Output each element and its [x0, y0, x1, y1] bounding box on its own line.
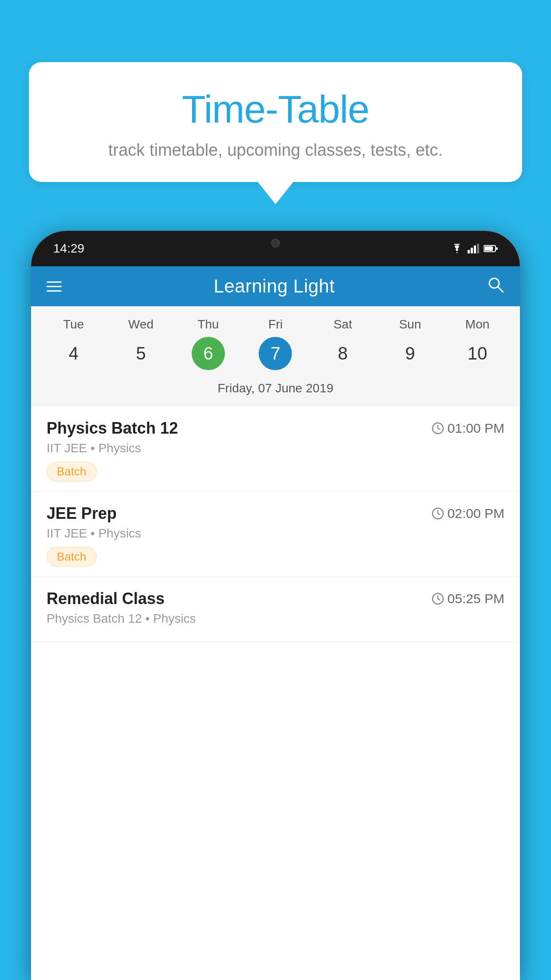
day-wed[interactable]: Wed 5: [114, 317, 168, 370]
schedule-item-2[interactable]: JEE Prep 02:00 PM IIT JEE • Physics Batc…: [31, 492, 520, 577]
search-button[interactable]: [487, 276, 504, 297]
day-number-thu: 6: [192, 337, 225, 370]
day-fri[interactable]: Fri 7: [249, 317, 302, 370]
clock-icon-3: [432, 593, 444, 605]
battery-icon: [484, 245, 498, 253]
schedule-item-1[interactable]: Physics Batch 12 01:00 PM IIT JEE • Phys…: [31, 407, 520, 492]
schedule-subtitle-1: IIT JEE • Physics: [47, 441, 504, 455]
svg-rect-5: [484, 246, 493, 251]
day-sat[interactable]: Sat 8: [316, 317, 370, 370]
day-number-sat: 8: [326, 337, 359, 370]
schedule-title-2: JEE Prep: [47, 504, 117, 523]
schedule-title-1: Physics Batch 12: [47, 419, 178, 438]
app-title: Learning Light: [213, 276, 335, 297]
schedule-item-3[interactable]: Remedial Class 05:25 PM Physics Batch 12…: [31, 577, 520, 642]
schedule-list: Physics Batch 12 01:00 PM IIT JEE • Phys…: [31, 407, 520, 642]
svg-line-8: [498, 287, 503, 292]
day-label-thu: Thu: [197, 317, 219, 332]
svg-rect-3: [477, 244, 479, 253]
calendar-strip: Tue 4 Wed 5 Thu 6 Fri 7: [31, 306, 520, 407]
svg-rect-6: [496, 247, 498, 250]
day-tue[interactable]: Tue 4: [47, 317, 100, 370]
day-number-wed: 5: [124, 337, 157, 370]
app-header: Learning Light: [31, 266, 520, 306]
day-number-tue: 4: [57, 337, 90, 370]
signal-icon: [468, 244, 479, 253]
speech-bubble-arrow: [258, 182, 293, 204]
clock-icon-1: [432, 422, 444, 435]
wifi-icon: [451, 244, 463, 253]
schedule-item-header-2: JEE Prep 02:00 PM: [47, 504, 504, 523]
day-label-tue: Tue: [63, 317, 84, 332]
day-number-mon: 10: [461, 337, 494, 370]
svg-rect-0: [468, 250, 470, 253]
day-label-fri: Fri: [268, 317, 283, 332]
speech-bubble-container: Time-Table track timetable, upcoming cla…: [29, 62, 522, 204]
schedule-item-header-1: Physics Batch 12 01:00 PM: [47, 419, 504, 438]
schedule-subtitle-3: Physics Batch 12 • Physics: [47, 612, 504, 626]
phone-inner: 14:29: [31, 231, 520, 980]
speech-bubble-subtitle: track timetable, upcoming classes, tests…: [55, 141, 496, 160]
schedule-time-1: 01:00 PM: [432, 421, 504, 436]
clock-icon-2: [432, 507, 444, 520]
day-label-sat: Sat: [334, 317, 352, 332]
day-thu[interactable]: Thu 6: [181, 317, 235, 370]
days-row: Tue 4 Wed 5 Thu 6 Fri 7: [40, 317, 511, 370]
day-mon[interactable]: Mon 10: [451, 317, 504, 370]
schedule-subtitle-2: IIT JEE • Physics: [47, 526, 504, 541]
svg-rect-2: [474, 245, 476, 253]
day-sun[interactable]: Sun 9: [383, 317, 437, 370]
phone-frame: 14:29: [31, 231, 520, 980]
day-number-fri: 7: [259, 337, 292, 370]
hamburger-menu-icon[interactable]: [47, 281, 62, 292]
day-label-wed: Wed: [128, 317, 153, 332]
schedule-title-3: Remedial Class: [47, 589, 165, 608]
phone-content: 14:29: [31, 231, 520, 980]
status-icons: [451, 244, 498, 253]
status-bar: 14:29: [31, 231, 520, 266]
status-time: 14:29: [53, 241, 84, 256]
camera: [271, 239, 280, 248]
svg-rect-1: [471, 248, 473, 253]
day-label-mon: Mon: [465, 317, 489, 332]
speech-bubble: Time-Table track timetable, upcoming cla…: [29, 62, 522, 182]
day-number-sun: 9: [394, 337, 427, 370]
selected-date-label: Friday, 07 June 2019: [40, 377, 511, 402]
batch-tag-1: Batch: [47, 462, 97, 482]
speech-bubble-title: Time-Table: [55, 87, 496, 132]
batch-tag-2: Batch: [47, 547, 97, 567]
schedule-time-3: 05:25 PM: [432, 591, 504, 606]
schedule-item-header-3: Remedial Class 05:25 PM: [47, 589, 504, 608]
schedule-time-2: 02:00 PM: [432, 506, 504, 521]
phone-notch: [249, 231, 302, 255]
day-label-sun: Sun: [399, 317, 421, 332]
